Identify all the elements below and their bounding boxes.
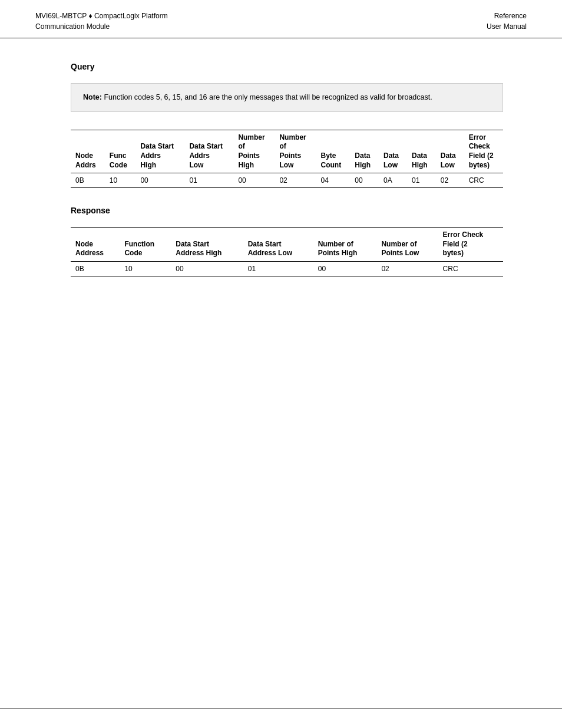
resp-col-data-start-low: Data StartAddress Low — [243, 228, 313, 262]
response-section: Response NodeAddress FunctionCode Data S… — [71, 206, 503, 276]
col-data-start-low: Data StartAddrsLow — [184, 130, 233, 173]
header-doc-type: Reference — [487, 11, 527, 21]
page-header: MVI69L-MBTCP ♦ CompactLogix Platform Com… — [0, 0, 562, 38]
resp-cell-number-points-low: 02 — [376, 261, 438, 276]
cell-data-low-1: 0A — [379, 173, 407, 188]
col-func-code: FuncCode — [105, 130, 136, 173]
cell-number-points-high: 00 — [233, 173, 275, 188]
query-table-row: 0B 10 00 01 00 02 04 00 0A 01 02 CRC — [71, 173, 503, 188]
response-table-header-row: NodeAddress FunctionCode Data StartAddre… — [71, 228, 503, 262]
query-table: NodeAddrs FuncCode Data StartAddrsHigh D… — [71, 130, 503, 188]
note-box: Note: Function codes 5, 6, 15, and 16 ar… — [71, 83, 503, 112]
col-data-low-2: DataLow — [436, 130, 464, 173]
resp-cell-data-start-high: 00 — [171, 261, 243, 276]
response-table-wrapper: NodeAddress FunctionCode Data StartAddre… — [71, 227, 503, 276]
resp-col-node-address: NodeAddress — [71, 228, 120, 262]
query-table-header-row: NodeAddrs FuncCode Data StartAddrsHigh D… — [71, 130, 503, 173]
col-data-low-1: DataLow — [379, 130, 407, 173]
query-table-wrapper: NodeAddrs FuncCode Data StartAddrsHigh D… — [71, 130, 503, 188]
col-byte-count: ByteCount — [316, 130, 350, 173]
note-text: Function codes 5, 6, 15, and 16 are the … — [104, 93, 432, 101]
resp-col-error-check: Error CheckField (2bytes) — [438, 228, 503, 262]
resp-col-data-start-high: Data StartAddress High — [171, 228, 243, 262]
header-left: MVI69L-MBTCP ♦ CompactLogix Platform Com… — [35, 11, 168, 32]
page: MVI69L-MBTCP ♦ CompactLogix Platform Com… — [0, 0, 562, 728]
col-error-check: ErrorCheckField (2bytes) — [464, 130, 503, 173]
cell-data-high-1: 00 — [350, 173, 379, 188]
cell-data-high-2: 01 — [407, 173, 436, 188]
cell-data-start-high: 00 — [135, 173, 184, 188]
col-number-points-high: NumberofPointsHigh — [233, 130, 275, 173]
resp-cell-error-check: CRC — [438, 261, 503, 276]
resp-col-number-points-low: Number ofPoints Low — [376, 228, 438, 262]
resp-cell-node-address: 0B — [71, 261, 120, 276]
col-data-high-1: DataHigh — [350, 130, 379, 173]
response-table-row: 0B 10 00 01 00 02 CRC — [71, 261, 503, 276]
header-product: MVI69L-MBTCP ♦ CompactLogix Platform — [35, 11, 168, 21]
response-table: NodeAddress FunctionCode Data StartAddre… — [71, 227, 503, 276]
resp-col-function-code: FunctionCode — [120, 228, 171, 262]
cell-byte-count: 04 — [316, 173, 350, 188]
header-right: Reference User Manual — [487, 11, 527, 32]
main-content: Query Note: Function codes 5, 6, 15, and… — [0, 38, 562, 709]
cell-error-check: CRC — [464, 173, 503, 188]
resp-cell-data-start-low: 01 — [243, 261, 313, 276]
cell-node-addrs: 0B — [71, 173, 105, 188]
cell-func-code: 10 — [105, 173, 136, 188]
header-doc-name: User Manual — [487, 21, 527, 32]
resp-cell-function-code: 10 — [120, 261, 171, 276]
header-module: Communication Module — [35, 21, 168, 32]
cell-number-points-low: 02 — [275, 173, 316, 188]
col-data-high-2: DataHigh — [407, 130, 436, 173]
resp-cell-number-points-high: 00 — [313, 261, 377, 276]
note-label: Note: — [83, 93, 102, 101]
resp-col-number-points-high: Number ofPoints High — [313, 228, 377, 262]
query-title: Query — [71, 62, 503, 71]
page-footer — [0, 709, 562, 728]
col-data-start-high: Data StartAddrsHigh — [135, 130, 184, 173]
cell-data-low-2: 02 — [436, 173, 464, 188]
response-title: Response — [71, 206, 503, 215]
col-node-addrs: NodeAddrs — [71, 130, 105, 173]
cell-data-start-low: 01 — [184, 173, 233, 188]
col-number-points-low: NumberofPointsLow — [275, 130, 316, 173]
